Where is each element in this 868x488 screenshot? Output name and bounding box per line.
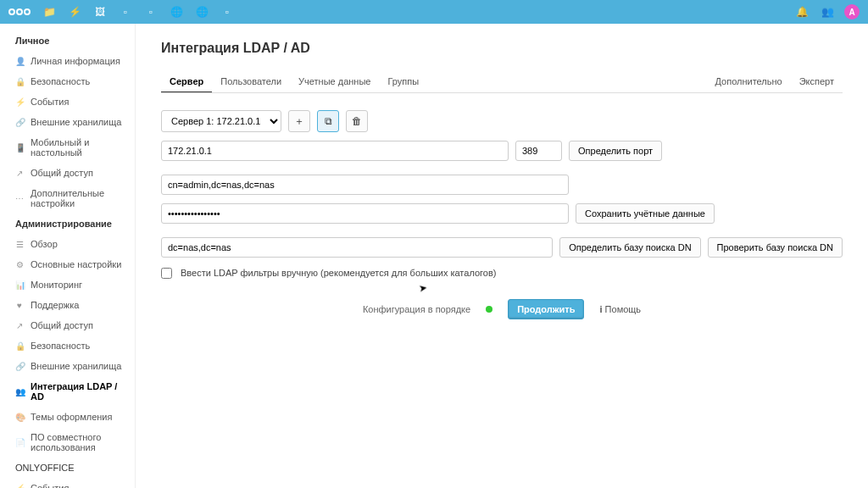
sidebar-item-label: Общий доступ: [31, 168, 93, 178]
help-link[interactable]: i Помощь: [599, 304, 641, 314]
sidebar-item-icon: 🔒: [15, 341, 24, 351]
sidebar-item-icon: 👥: [15, 387, 24, 396]
app1-icon[interactable]: ▫: [117, 3, 134, 20]
sidebar-item-icon: 👤: [15, 57, 24, 66]
topbar: 📁 ⚡ 🖼 ▫ ▫ 🌐 🌐 ▫ 🔔 👥 A: [0, 0, 868, 24]
sidebar-item-icon: ☰: [15, 240, 24, 249]
tab-expert[interactable]: Эксперт: [791, 71, 843, 92]
manual-filters-checkbox[interactable]: [161, 268, 172, 279]
app2-icon[interactable]: ▫: [142, 3, 159, 20]
sidebar-item-label: Дополнительные настройки: [31, 188, 126, 208]
app4-icon[interactable]: 🌐: [193, 3, 210, 20]
port-input[interactable]: [515, 141, 562, 161]
logo-icon[interactable]: [8, 8, 31, 15]
sidebar-item-icon: ⋯: [15, 194, 24, 203]
sidebar-item-icon: 🔗: [15, 362, 24, 371]
host-input[interactable]: [161, 141, 509, 161]
sidebar-item-icon: 🔒: [15, 77, 24, 86]
sidebar-item[interactable]: 👤Личная информация: [0, 51, 135, 71]
sidebar-item[interactable]: ⚡События: [0, 478, 135, 488]
sidebar-item-icon: 📱: [15, 143, 24, 152]
activity-icon[interactable]: ⚡: [66, 3, 83, 20]
sidebar-item[interactable]: 👥Интеграция LDAP / AD: [0, 376, 135, 407]
sidebar-item-label: Общий доступ: [31, 320, 93, 330]
test-base-button[interactable]: Проверить базу поиска DN: [708, 237, 843, 258]
sidebar-item-label: Внешние хранилища: [31, 117, 121, 127]
tab-creds[interactable]: Учетные данные: [290, 71, 379, 92]
sidebar-item-icon: ♥: [15, 301, 24, 310]
sidebar-item-label: Внешние хранилища: [31, 361, 121, 371]
sidebar-item-label: Безопасность: [31, 341, 90, 351]
sidebar-item[interactable]: ☰Обзор: [0, 234, 135, 254]
sidebar-item[interactable]: 🔗Внешние хранилища: [0, 356, 135, 376]
sidebar-item-label: События: [31, 483, 69, 488]
sidebar-item[interactable]: ♥Поддержка: [0, 295, 135, 315]
app3-icon[interactable]: 🌐: [168, 3, 185, 20]
detect-port-button[interactable]: Определить порт: [569, 141, 662, 161]
sidebar-item[interactable]: 🎨Темы оформления: [0, 407, 135, 427]
sidebar-item-icon: ↗: [15, 169, 24, 178]
sidebar-item-icon: ↗: [15, 321, 24, 330]
sidebar-item-label: Мобильный и настольный: [31, 137, 126, 158]
sidebar-item-icon: ⚡: [15, 97, 24, 107]
add-server-button[interactable]: ＋: [288, 110, 310, 132]
continue-button[interactable]: Продолжить: [508, 299, 584, 319]
sidebar-item-label: Обзор: [31, 239, 58, 249]
sidebar-item-icon: 📊: [15, 280, 24, 290]
sidebar-item-icon: 📄: [15, 438, 24, 447]
sidebar-item-label: События: [31, 97, 69, 107]
sidebar-item[interactable]: ↗Общий доступ: [0, 315, 135, 336]
manual-filters-label: Ввести LDAP фильтры вручную (рекомендует…: [181, 268, 496, 278]
sidebar-item-label: Интеграция LDAP / AD: [31, 381, 126, 402]
sidebar-item-label: Поддержка: [31, 300, 79, 310]
sidebar-item-icon: 🔗: [15, 118, 24, 127]
status-dot-icon: [486, 306, 492, 313]
base-dn-input[interactable]: [161, 237, 553, 258]
sidebar-item[interactable]: ↗Общий доступ: [0, 163, 135, 183]
sidebar-item-icon: ⚡: [15, 484, 24, 489]
sidebar-item[interactable]: ⚡События: [0, 92, 135, 112]
notifications-icon[interactable]: 🔔: [793, 3, 810, 20]
delete-config-button[interactable]: 🗑: [346, 110, 368, 132]
sidebar-item[interactable]: 🔗Внешние хранилища: [0, 112, 135, 132]
cat-onlyoffice: ONLYOFFICE: [0, 458, 135, 478]
avatar[interactable]: A: [844, 4, 860, 19]
server-select[interactable]: Сервер 1: 172.21.0.1: [161, 110, 281, 132]
tab-users[interactable]: Пользователи: [212, 71, 290, 92]
sidebar-item[interactable]: 📱Мобильный и настольный: [0, 132, 135, 163]
cat-personal: Личное: [0, 30, 135, 51]
contacts-icon[interactable]: 👥: [819, 3, 836, 20]
app5-icon[interactable]: ▫: [219, 3, 236, 20]
detect-base-button[interactable]: Определить базу поиска DN: [559, 237, 700, 258]
password-input[interactable]: [161, 203, 569, 224]
sidebar-item-label: Основные настройки: [31, 259, 121, 269]
sidebar-item[interactable]: 🔒Безопасность: [0, 71, 135, 92]
save-creds-button[interactable]: Сохранить учётные данные: [576, 203, 715, 224]
sidebar: Личное 👤Личная информация🔒Безопасность⚡С…: [0, 24, 136, 488]
tabs: Сервер Пользователи Учетные данные Групп…: [161, 71, 843, 93]
page-title: Интеграция LDAP / AD: [161, 41, 843, 56]
sidebar-item[interactable]: 📊Мониторинг: [0, 274, 135, 295]
sidebar-item-label: Мониторинг: [31, 280, 82, 290]
sidebar-item[interactable]: ⋯Дополнительные настройки: [0, 183, 135, 214]
sidebar-item-icon: ⚙: [15, 260, 24, 269]
tab-extra[interactable]: Дополнительно: [706, 71, 790, 92]
content: Интеграция LDAP / AD Сервер Пользователи…: [136, 24, 868, 488]
sidebar-item-label: Безопасность: [31, 76, 90, 86]
tab-groups[interactable]: Группы: [379, 71, 427, 92]
status-text: Конфигурация в порядке: [363, 304, 470, 314]
bind-dn-input[interactable]: [161, 175, 569, 195]
sidebar-item-icon: 🎨: [15, 413, 24, 422]
sidebar-item[interactable]: 📄ПО совместного использования: [0, 427, 135, 458]
sidebar-item-label: Личная информация: [31, 56, 120, 66]
gallery-icon[interactable]: 🖼: [92, 3, 108, 20]
sidebar-item-label: ПО совместного использования: [31, 432, 126, 452]
tab-server[interactable]: Сервер: [161, 71, 212, 92]
copy-config-button[interactable]: ⧉: [317, 110, 339, 132]
sidebar-item[interactable]: ⚙Основные настройки: [0, 254, 135, 274]
files-icon[interactable]: 📁: [41, 3, 58, 20]
sidebar-item[interactable]: 🔒Безопасность: [0, 336, 135, 356]
sidebar-item-label: Темы оформления: [31, 412, 112, 422]
cat-admin: Администрирование: [0, 214, 135, 234]
